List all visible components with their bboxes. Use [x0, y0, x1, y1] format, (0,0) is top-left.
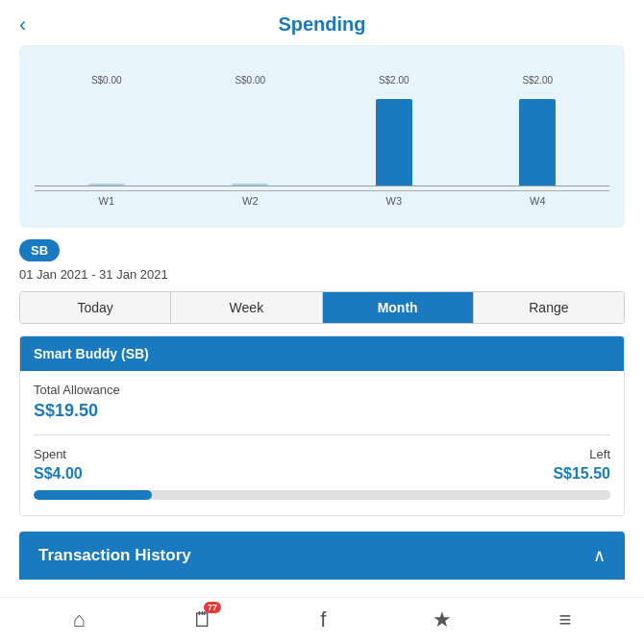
bar-top-label: S$2.00 — [379, 72, 409, 86]
sb-badge: SB — [19, 239, 60, 261]
left-amount: S$15.50 — [553, 465, 610, 483]
menu-icon[interactable]: ≡ — [559, 607, 572, 632]
axis-label: W2 — [179, 191, 323, 207]
chart-bar-group: S$0.00 — [35, 72, 179, 186]
bottom-nav: ⌂🗒77f★≡ — [0, 597, 644, 644]
facebook-icon[interactable]: f — [320, 607, 326, 632]
header: ‹ Spending — [0, 0, 644, 45]
transaction-history-header[interactable]: Transaction History ∧ — [19, 532, 625, 580]
axis-label: W1 — [35, 191, 179, 207]
amounts-row: S$4.00 S$15.50 — [34, 465, 610, 483]
card-header: Smart Buddy (SB) — [20, 336, 624, 371]
star-icon[interactable]: ★ — [433, 607, 452, 632]
bar-top-label: S$0.00 — [235, 72, 265, 86]
bar-top-label: S$2.00 — [522, 72, 553, 86]
home-icon[interactable]: ⌂ — [73, 607, 86, 632]
axis-label: W4 — [466, 191, 610, 207]
filter-tab-today[interactable]: Today — [20, 292, 171, 323]
nav-badge: 77 — [204, 602, 221, 613]
filter-tab-month[interactable]: Month — [323, 292, 474, 323]
chart-bars: S$0.00S$0.00S$2.00S$2.00 — [35, 61, 609, 186]
smart-buddy-card: Smart Buddy (SB) Total Allowance S$19.50… — [19, 335, 625, 516]
filter-tab-week[interactable]: Week — [171, 292, 322, 323]
bar-top-label: S$0.00 — [91, 72, 122, 86]
filter-tab-range[interactable]: Range — [474, 292, 624, 323]
chevron-up-icon: ∧ — [593, 545, 606, 566]
total-allowance-label: Total Allowance — [34, 383, 610, 397]
date-range: 01 Jan 2021 - 31 Jan 2021 — [19, 267, 625, 282]
filter-tabs: TodayWeekMonthRange — [19, 291, 625, 324]
spent-label: Spent — [34, 447, 66, 461]
chart-bar — [519, 99, 556, 186]
progress-bar-bg — [34, 490, 610, 500]
chart-bar-group: S$0.00 — [179, 72, 323, 186]
chart-bar — [376, 99, 412, 186]
spent-amount: S$4.00 — [34, 465, 83, 483]
chart-bar-group: S$2.00 — [322, 72, 466, 186]
chart-bar — [88, 184, 125, 186]
back-button[interactable]: ‹ — [19, 12, 26, 37]
total-allowance-value: S$19.50 — [34, 401, 610, 421]
document-icon[interactable]: 🗒77 — [192, 607, 213, 632]
spending-chart: S$0.00S$0.00S$2.00S$2.00 W1W2W3W4 — [19, 45, 625, 228]
spent-left-labels: Spent Left — [34, 447, 610, 461]
axis-label: W3 — [322, 191, 466, 207]
card-body: Total Allowance S$19.50 Spent Left S$4.0… — [20, 371, 624, 515]
page-title: Spending — [278, 13, 365, 36]
chart-bar — [232, 184, 268, 186]
left-label: Left — [589, 447, 610, 461]
transaction-history-title: Transaction History — [38, 546, 191, 565]
divider — [34, 434, 610, 435]
sb-section: SB 01 Jan 2021 - 31 Jan 2021 — [0, 239, 644, 282]
chart-bar-group: S$2.00 — [466, 72, 610, 186]
progress-bar-fill — [34, 490, 152, 500]
